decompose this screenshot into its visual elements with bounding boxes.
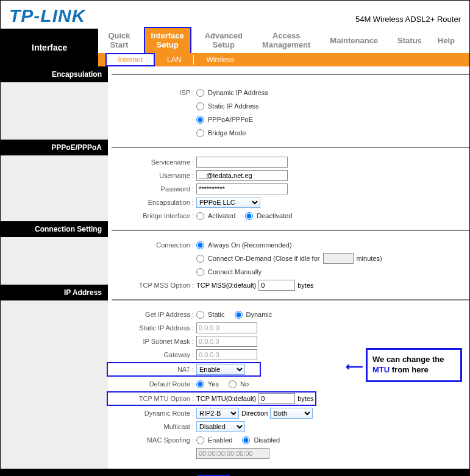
arrow-icon: ⟵ xyxy=(346,359,363,374)
dyn-route-label: Dynamic Route : xyxy=(108,410,196,417)
password-label: Password : xyxy=(108,185,196,193)
conn-demand-label-b: minutes) xyxy=(356,255,382,262)
default-route-label: Default Route : xyxy=(108,380,196,388)
dr-no-label: No xyxy=(240,380,249,388)
radio-bridge-activated[interactable] xyxy=(196,212,204,220)
isp-static-label: Static IP Address xyxy=(208,102,259,110)
section-ip: IP Address xyxy=(1,285,108,300)
sub-tabs: Internet LAN Wireless xyxy=(98,53,469,66)
getip-label: Get IP Address : xyxy=(108,311,196,318)
product-name: 54M Wireless ADSL2+ Router xyxy=(355,15,461,24)
mac-spoof-label: MAC Spoofing : xyxy=(108,436,196,444)
connection-label: Connection : xyxy=(108,241,196,249)
username-label: Username : xyxy=(108,172,196,179)
encap-select[interactable]: PPPoE LLC xyxy=(196,197,260,208)
isp-label: ISP : xyxy=(108,89,196,96)
mtu-label: TCP MTU Option : xyxy=(108,395,196,402)
getip-dynamic-label: Dynamic xyxy=(246,311,272,318)
multicast-label: Multicast : xyxy=(108,423,196,430)
nav-current-category: Interface xyxy=(1,29,98,66)
bridge-deactivated-label: Deactivated xyxy=(257,212,292,219)
conn-manual-label: Connect Manually xyxy=(208,268,262,275)
mtu-input[interactable] xyxy=(258,393,295,404)
sub-tab-wireless[interactable]: Wireless xyxy=(194,55,246,64)
radio-isp-static[interactable] xyxy=(196,102,204,110)
radio-conn-demand[interactable] xyxy=(196,255,204,263)
mac-disabled-label: Disabled xyxy=(254,436,280,444)
nat-label: NAT : xyxy=(108,366,196,373)
getip-static-label: Static xyxy=(208,311,225,318)
radio-getip-dynamic[interactable] xyxy=(235,311,243,319)
brand-b: -LINK xyxy=(34,5,85,26)
main-form: ISP : Dynamic IP Address Static IP Addre… xyxy=(108,66,469,469)
annotation-line2: from here xyxy=(390,365,429,374)
section-encapsulation: Encapsulation xyxy=(1,66,108,82)
isp-bridge-label: Bridge Mode xyxy=(208,129,246,137)
sub-tab-internet[interactable]: Internet xyxy=(105,53,155,66)
gateway-label: Gateway : xyxy=(108,351,196,358)
multicast-select[interactable]: Disabled xyxy=(196,421,245,432)
radio-conn-always[interactable] xyxy=(196,241,204,249)
radio-isp-pppoa[interactable] xyxy=(196,116,204,124)
radio-isp-dynamic[interactable] xyxy=(196,89,204,97)
static-ip-label: Static IP Address : xyxy=(108,324,196,332)
sidebar: Encapsulation PPPoE/PPPoA Connection Set… xyxy=(1,66,108,469)
section-connection: Connection Setting xyxy=(1,221,108,237)
sub-tab-lan[interactable]: LAN xyxy=(155,55,193,64)
nav-tabs: Quick Start Interface Setup Advanced Set… xyxy=(98,29,469,53)
mac-input xyxy=(196,448,269,459)
radio-dr-no[interactable] xyxy=(229,380,237,388)
conn-always-label: Always On (Recommended) xyxy=(208,241,292,249)
isp-pppoa-label: PPPoA/PPPoE xyxy=(208,116,253,123)
radio-mac-enabled[interactable] xyxy=(196,436,204,444)
tab-interface-setup[interactable]: Interface Setup xyxy=(144,27,191,55)
encap-label: Encapsulation : xyxy=(108,199,196,206)
header: TP-LINK 54M Wireless ADSL2+ Router xyxy=(1,1,469,29)
annotation-mtu: MTU xyxy=(372,365,390,374)
tab-advanced-setup[interactable]: Advanced Setup xyxy=(199,29,249,52)
isp-dynamic-label: Dynamic IP Address xyxy=(208,89,268,96)
mss-label: TCP MSS Option : xyxy=(108,282,196,289)
mss-bytes: bytes xyxy=(297,282,313,289)
brand-logo: TP-LINK xyxy=(9,5,85,26)
section-pppoe: PPPoE/PPPoA xyxy=(1,140,108,155)
radio-getip-static[interactable] xyxy=(196,311,204,319)
bridge-if-label: Bridge Interface : xyxy=(108,212,196,219)
radio-conn-manual[interactable] xyxy=(196,268,204,276)
direction-label: Direction xyxy=(241,410,268,417)
nat-select[interactable]: Enable xyxy=(196,364,245,375)
gateway-input[interactable] xyxy=(196,349,257,360)
dr-yes-label: Yes xyxy=(208,380,219,388)
mask-input[interactable] xyxy=(196,336,257,347)
radio-dr-yes[interactable] xyxy=(196,380,204,388)
annotation-callout: We can change the MTU from here xyxy=(366,348,462,382)
mss-text: TCP MSS(0:default) xyxy=(196,282,256,289)
radio-isp-bridge[interactable] xyxy=(196,129,204,137)
radio-mac-disabled[interactable] xyxy=(242,436,250,444)
static-ip-input[interactable] xyxy=(196,322,257,333)
bridge-activated-label: Activated xyxy=(208,212,235,219)
footer: SAVE DELETE xyxy=(1,469,469,476)
main-nav: Interface Quick Start Interface Setup Ad… xyxy=(1,29,469,66)
tab-status[interactable]: Status xyxy=(391,34,428,48)
password-input[interactable] xyxy=(196,183,288,194)
conn-demand-label-a: Connect On-Demand (Close if idle for xyxy=(208,255,319,262)
mtu-text: TCP MTU(0:default) xyxy=(196,395,256,402)
mss-input[interactable] xyxy=(258,280,295,291)
mtu-bytes: bytes xyxy=(297,395,313,402)
idle-minutes-input xyxy=(323,253,354,264)
tab-access-management[interactable]: Access Management xyxy=(256,29,316,52)
dyn-route-select[interactable]: RIP2-B xyxy=(196,408,239,419)
tab-maintenance[interactable]: Maintenance xyxy=(324,34,384,48)
servicename-input[interactable] xyxy=(196,157,288,168)
direction-select[interactable]: Both xyxy=(270,408,313,419)
annotation-line1: We can change the xyxy=(372,355,444,364)
radio-bridge-deactivated[interactable] xyxy=(245,212,253,220)
mac-enabled-label: Enabled xyxy=(208,436,232,444)
tab-quick-start[interactable]: Quick Start xyxy=(102,29,136,52)
mask-label: IP Subnet Mask : xyxy=(108,338,196,345)
tab-help[interactable]: Help xyxy=(432,34,461,48)
brand-a: TP xyxy=(9,5,34,26)
servicename-label: Servicename : xyxy=(108,158,196,166)
username-input[interactable] xyxy=(196,170,288,181)
